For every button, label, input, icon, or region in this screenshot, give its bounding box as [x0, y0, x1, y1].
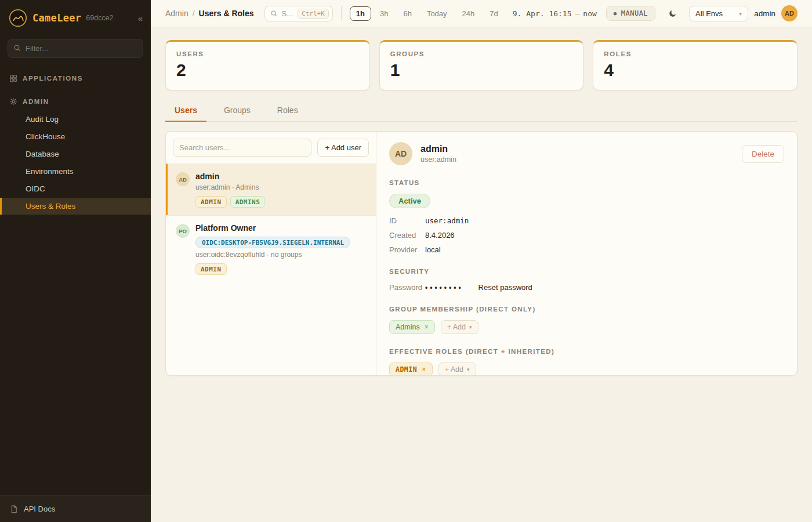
add-group-button[interactable]: + Add ▾	[441, 320, 478, 334]
delete-user-button[interactable]: Delete	[742, 145, 784, 163]
username-label: admin	[754, 9, 775, 18]
environment-value: All Envs	[695, 9, 723, 18]
section-label: APPLICATIONS	[23, 75, 83, 82]
tab-bar: Users Groups Roles	[165, 106, 798, 122]
add-user-button[interactable]: + Add user	[317, 139, 369, 157]
status-badge: Active	[389, 194, 430, 208]
remove-group-icon[interactable]: ×	[425, 323, 429, 331]
search-icon	[13, 44, 21, 52]
gear-icon	[9, 97, 17, 106]
role-chips: ADMIN × + Add ▾	[389, 362, 784, 376]
sidebar-item-database[interactable]: Database	[0, 146, 151, 162]
chip-label: Admins	[396, 323, 420, 331]
dark-mode-toggle[interactable]	[664, 5, 681, 22]
date-to: now	[583, 9, 596, 18]
range-6h[interactable]: 6h	[397, 6, 418, 21]
status-heading: STATUS	[389, 179, 784, 186]
password-row: Password •••••••• Reset password	[389, 283, 784, 292]
user-avatar[interactable]: AD	[781, 5, 798, 21]
role-chip-admin: ADMIN ×	[389, 362, 433, 376]
user-meta: user:oidc:8evzqofluhld · no groups	[195, 251, 350, 259]
password-label: Password	[389, 283, 425, 292]
user-list-item-platform-owner[interactable]: PO Platform Owner OIDC:DESKTOP-FB5VGJ9.S…	[166, 215, 376, 282]
document-icon	[10, 505, 18, 513]
stat-label: USERS	[176, 50, 359, 57]
range-24h[interactable]: 24h	[456, 6, 481, 21]
sidebar-item-users-roles[interactable]: Users & Roles	[0, 198, 151, 215]
environment-select[interactable]: All Envs ▾	[689, 6, 748, 21]
group-chip-admins: Admins ×	[389, 320, 435, 334]
role-badge: ADMIN	[195, 196, 227, 208]
global-search-button[interactable]: S... Ctrl+K	[264, 6, 333, 21]
date-range-display[interactable]: 9. Apr. 16:15—now	[513, 9, 597, 18]
user-search-input[interactable]	[173, 139, 311, 157]
detail-identity: admin user:admin	[420, 144, 456, 164]
sidebar-section-admin[interactable]: ADMIN	[0, 93, 151, 110]
refresh-mode-button[interactable]: ● MANUAL	[606, 6, 655, 21]
field-value: user:admin	[425, 216, 469, 225]
user-name: admin	[195, 172, 265, 181]
sidebar-header: CameLeer 69dcce2 «	[0, 0, 151, 33]
sidebar-item-environments[interactable]: Environments	[0, 163, 151, 180]
refresh-mode-label: MANUAL	[621, 9, 648, 17]
status-dot-icon: ●	[614, 11, 617, 16]
stat-card-groups: GROUPS 1	[379, 40, 584, 90]
tab-users[interactable]: Users	[165, 106, 206, 122]
sidebar-filter-input[interactable]	[8, 39, 143, 58]
chevron-down-icon: ▾	[467, 367, 470, 372]
user-name: Platform Owner	[195, 223, 350, 233]
add-label: + Add	[447, 323, 466, 331]
field-created: Created 8.4.2026	[389, 231, 784, 240]
app-title: CameLeer	[32, 12, 81, 24]
security-heading: SECURITY	[389, 268, 784, 275]
user-menu: admin AD	[754, 5, 798, 21]
sidebar-item-clickhouse[interactable]: ClickHouse	[0, 128, 151, 145]
stat-value: 1	[390, 60, 573, 80]
breadcrumb-parent[interactable]: Admin	[165, 9, 188, 18]
remove-role-icon[interactable]: ×	[422, 365, 426, 374]
sidebar-section-applications[interactable]: APPLICATIONS	[0, 70, 151, 87]
app-logo-icon	[9, 9, 27, 27]
detail-user-name: admin	[420, 144, 456, 154]
user-badges: ADMIN ADMINS	[195, 196, 265, 208]
admin-nav: Audit Log ClickHouse Database Environmen…	[0, 110, 151, 215]
top-header: Admin / Users & Roles S... Ctrl+K 1h 3h …	[151, 0, 812, 27]
chevron-down-icon: ▾	[469, 324, 472, 330]
api-docs-link[interactable]: API Docs	[0, 495, 151, 522]
group-membership-heading: GROUP MEMBERSHIP (DIRECT ONLY)	[389, 306, 784, 313]
moon-icon	[668, 9, 677, 18]
role-badge: ADMIN	[195, 263, 227, 275]
sidebar: CameLeer 69dcce2 « APPLICATIONS ADMIN Au…	[0, 0, 151, 522]
effective-roles-heading: EFFECTIVE ROLES (DIRECT + INHERITED)	[389, 348, 784, 355]
sidebar-filter	[8, 39, 143, 58]
field-label: Provider	[389, 245, 425, 254]
detail-user-id: user:admin	[420, 155, 456, 164]
range-7d[interactable]: 7d	[483, 6, 504, 21]
search-shortcut-kbd: Ctrl+K	[298, 9, 329, 19]
tab-groups[interactable]: Groups	[215, 106, 260, 122]
date-range-dash: —	[575, 9, 580, 18]
reset-password-link[interactable]: Reset password	[478, 283, 532, 292]
oidc-provider-badge: OIDC:DESKTOP-FB5VGJ9.SIEGELN.INTERNAL	[195, 237, 350, 248]
header-divider	[341, 6, 342, 20]
section-label: ADMIN	[23, 98, 49, 105]
add-role-button[interactable]: + Add ▾	[438, 362, 476, 376]
stat-card-roles: ROLES 4	[593, 40, 798, 90]
stat-value: 4	[604, 60, 786, 80]
sidebar-item-audit-log[interactable]: Audit Log	[0, 111, 151, 128]
detail-fields: ID user:admin Created 8.4.2026 Provider …	[389, 216, 784, 254]
range-3h[interactable]: 3h	[374, 6, 394, 21]
range-today[interactable]: Today	[420, 6, 454, 21]
global-search-placeholder: S...	[282, 9, 293, 18]
stat-cards: USERS 2 GROUPS 1 ROLES 4	[165, 40, 798, 90]
stat-label: GROUPS	[390, 50, 573, 57]
sidebar-collapse-button[interactable]: «	[138, 13, 143, 23]
range-1h[interactable]: 1h	[350, 6, 371, 21]
user-list-item-admin[interactable]: AD admin user:admin · Admins ADMIN ADMIN…	[166, 164, 376, 215]
date-from: 9. Apr. 16:15	[513, 9, 572, 18]
sidebar-item-oidc[interactable]: OIDC	[0, 180, 151, 197]
tab-roles[interactable]: Roles	[268, 106, 307, 122]
user-list-column: + Add user AD admin user:admin · Admins …	[166, 132, 376, 375]
chip-label: ADMIN	[396, 365, 417, 374]
field-value: 8.4.2026	[425, 231, 455, 240]
